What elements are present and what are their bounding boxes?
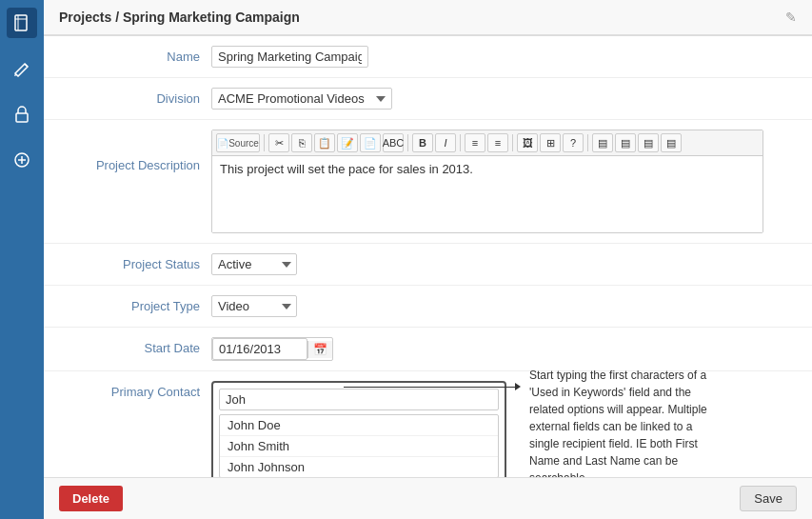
align-left-button[interactable]: ▤ <box>592 133 613 152</box>
ordered-list-button[interactable]: ≡ <box>465 133 485 152</box>
calendar-icon[interactable]: 📅 <box>307 341 332 358</box>
tooltip-arrow <box>344 383 521 390</box>
align-right-button[interactable]: ▤ <box>638 133 659 152</box>
bold-button[interactable]: B <box>412 133 433 152</box>
svg-rect-0 <box>15 15 27 30</box>
sidebar-icon-pencil[interactable] <box>7 53 37 84</box>
form-area: Name Division ACME Promotional Videos Di… <box>44 35 812 477</box>
start-date-label: Start Date <box>59 337 211 355</box>
bottom-bar: Delete Save <box>44 477 812 519</box>
type-control: Video Audio Print <box>211 295 797 317</box>
copy-button[interactable]: ⎘ <box>291 133 312 152</box>
cut-button[interactable]: ✂ <box>268 133 289 152</box>
contact-box: John Doe John Smith John Johnson <box>211 381 506 477</box>
editor-content[interactable]: This project will set the pace for sales… <box>212 156 762 232</box>
status-control: Active Inactive Pending <box>211 253 797 275</box>
italic-button[interactable]: I <box>435 133 456 152</box>
delete-button[interactable]: Delete <box>59 486 123 511</box>
source-button[interactable]: 📄 Source <box>216 133 260 152</box>
division-row: Division ACME Promotional Videos Divisio… <box>44 78 812 120</box>
main-content: Projects / Spring Marketing Campaign ✎ N… <box>44 0 812 519</box>
spellcheck-button[interactable]: ABC <box>383 133 404 152</box>
separator-3 <box>460 134 461 151</box>
name-label: Name <box>59 46 211 64</box>
separator-5 <box>587 134 588 151</box>
contact-control: John Doe John Smith John Johnson Start t… <box>211 381 797 477</box>
division-control: ACME Promotional Videos Division 2 Divis… <box>211 88 797 110</box>
separator-2 <box>407 134 408 151</box>
description-label: Project Description <box>59 130 211 172</box>
tooltip-text: Start typing the first characters of a '… <box>529 367 720 477</box>
sidebar-icon-lock[interactable] <box>7 99 37 130</box>
contact-option-2[interactable]: John Smith <box>220 436 498 457</box>
arrow-head <box>515 383 521 390</box>
description-control: 📄 Source ✂ ⎘ 📋 📝 📄 ABC B I <box>211 130 797 233</box>
align-center-button[interactable]: ▤ <box>615 133 636 152</box>
division-select[interactable]: ACME Promotional Videos Division 2 Divis… <box>211 88 392 110</box>
contact-option-1[interactable]: John Doe <box>220 415 498 436</box>
edit-icon[interactable]: ✎ <box>785 10 797 25</box>
lock-icon <box>14 106 30 123</box>
book-icon <box>12 13 31 32</box>
sidebar-icon-add[interactable] <box>7 145 37 175</box>
name-input[interactable] <box>211 46 368 68</box>
contact-input[interactable] <box>219 389 499 410</box>
help-button[interactable]: ? <box>563 133 584 152</box>
type-row: Project Type Video Audio Print <box>44 286 812 328</box>
date-wrapper: 📅 <box>211 337 333 361</box>
separator-1 <box>264 134 265 151</box>
insert-image-button[interactable]: 🖼 <box>517 133 538 152</box>
start-date-input[interactable] <box>212 338 307 360</box>
type-select[interactable]: Video Audio Print <box>211 295 297 317</box>
rich-text-editor: 📄 Source ✂ ⎘ 📋 📝 📄 ABC B I <box>211 130 763 233</box>
paste-word-button[interactable]: 📄 <box>360 133 381 152</box>
circle-plus-icon <box>13 151 30 169</box>
contact-row: Primary Contact John Doe John Smith John… <box>44 371 812 477</box>
description-row: Project Description 📄 Source ✂ ⎘ 📋 <box>44 120 812 244</box>
pencil-icon <box>13 60 30 77</box>
breadcrumb: Projects / Spring Marketing Campaign <box>59 10 300 25</box>
sidebar-icon-book[interactable] <box>7 8 37 38</box>
save-button[interactable]: Save <box>740 486 797 511</box>
division-label: Division <box>59 88 211 106</box>
name-control <box>211 46 797 68</box>
justify-button[interactable]: ▤ <box>661 133 682 152</box>
page-icon: 📄 <box>217 138 228 149</box>
status-label: Project Status <box>59 253 211 271</box>
start-date-control: 📅 <box>211 337 797 361</box>
status-select[interactable]: Active Inactive Pending <box>211 253 297 275</box>
arrow-line <box>344 387 515 388</box>
header: Projects / Spring Marketing Campaign ✎ <box>44 0 812 35</box>
paste-text-button[interactable]: 📝 <box>337 133 358 152</box>
contact-dropdown: John Doe John Smith John Johnson <box>219 414 499 477</box>
unordered-list-button[interactable]: ≡ <box>487 133 508 152</box>
type-label: Project Type <box>59 295 211 313</box>
start-date-row: Start Date 📅 <box>44 328 812 371</box>
contact-label: Primary Contact <box>59 381 211 399</box>
contact-option-3[interactable]: John Johnson <box>220 457 498 477</box>
status-row: Project Status Active Inactive Pending <box>44 244 812 286</box>
separator-4 <box>512 134 513 151</box>
name-row: Name <box>44 36 812 78</box>
editor-toolbar: 📄 Source ✂ ⎘ 📋 📝 📄 ABC B I <box>212 130 762 156</box>
sidebar <box>0 0 44 519</box>
paste-button[interactable]: 📋 <box>314 133 335 152</box>
insert-table-button[interactable]: ⊞ <box>540 133 561 152</box>
svg-rect-3 <box>16 113 28 122</box>
